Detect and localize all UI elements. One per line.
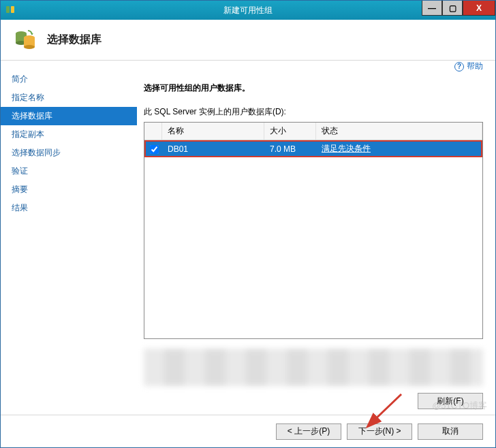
sidebar-item-data-sync[interactable]: 选择数据同步 [1, 144, 137, 162]
sidebar-item-name[interactable]: 指定名称 [1, 89, 137, 107]
window-title: 新建可用性组 [223, 5, 273, 16]
app-icon [5, 4, 16, 15]
cancel-button[interactable]: 取消 [418, 423, 483, 440]
sidebar-item-select-db[interactable]: 选择数据库 [1, 107, 137, 125]
col-checkbox [144, 123, 162, 140]
help-link[interactable]: ? 帮助 [454, 61, 483, 72]
help-label: 帮助 [467, 61, 483, 72]
row-status-link[interactable]: 满足先决条件 [322, 144, 371, 153]
sidebar-item-summary[interactable]: 摘要 [1, 180, 137, 199]
database-list: 名称 大小 状态 DB01 7.0 MB 满足先决条件 [144, 122, 483, 339]
sidebar-item-results[interactable]: 结果 [1, 199, 137, 217]
list-header: 名称 大小 状态 [144, 123, 482, 140]
next-button[interactable]: 下一步(N) > [347, 423, 412, 440]
blurred-region [144, 349, 483, 386]
col-size[interactable]: 大小 [264, 123, 316, 140]
list-label: 此 SQL Server 实例上的用户数据库(D): [144, 106, 483, 118]
row-name: DB01 [162, 142, 264, 157]
page-header: 选择数据库 [1, 20, 495, 61]
titlebar: 新建可用性组 — ▢ X [1, 1, 495, 20]
svg-marker-8 [31, 33, 33, 35]
svg-rect-0 [6, 6, 10, 13]
row-checkbox[interactable] [150, 145, 159, 154]
row-size: 7.0 MB [264, 142, 316, 157]
sidebar-item-intro[interactable]: 简介 [1, 70, 137, 89]
wizard-footer: < 上一步(P) 下一步(N) > 取消 [1, 415, 495, 447]
wizard-icon [13, 27, 37, 54]
svg-point-7 [24, 45, 35, 49]
window-controls: — ▢ X [422, 1, 495, 16]
minimize-button[interactable]: — [422, 1, 442, 16]
col-status[interactable]: 状态 [316, 123, 482, 140]
sidebar-item-validate[interactable]: 验证 [1, 162, 137, 180]
main-panel: ? 帮助 选择可用性组的用户数据库。 此 SQL Server 实例上的用户数据… [137, 61, 495, 415]
sidebar-item-replicas[interactable]: 指定副本 [1, 125, 137, 144]
close-button[interactable]: X [463, 1, 495, 16]
maximize-button[interactable]: ▢ [442, 1, 463, 16]
table-row[interactable]: DB01 7.0 MB 满足先决条件 [144, 140, 482, 157]
wizard-steps: 简介 指定名称 选择数据库 指定副本 选择数据同步 验证 摘要 结果 [1, 61, 137, 415]
watermark: @51CTO博客 [432, 400, 487, 412]
col-name[interactable]: 名称 [162, 123, 264, 140]
prev-button[interactable]: < 上一步(P) [276, 423, 341, 440]
svg-rect-1 [11, 6, 14, 13]
instruction-text: 选择可用性组的用户数据库。 [144, 82, 483, 94]
help-icon: ? [454, 62, 464, 71]
page-title: 选择数据库 [47, 33, 102, 47]
